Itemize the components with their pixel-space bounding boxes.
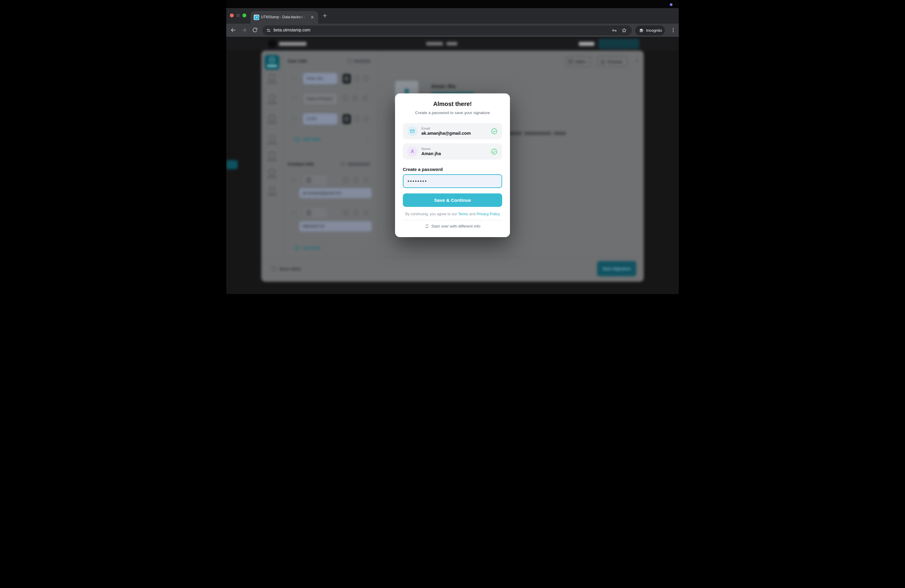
zoom-window-button[interactable] [243, 13, 246, 17]
rail-item[interactable] [269, 114, 275, 121]
zoom-control[interactable]: 100% [565, 56, 591, 67]
refresh-icon [425, 224, 429, 229]
field-action-icon[interactable] [363, 95, 367, 100]
field-input-role[interactable]: Head of Product [303, 93, 338, 105]
nav-link[interactable] [426, 42, 443, 46]
drag-handle[interactable]: ⋮⋮ [291, 178, 297, 182]
rail-item[interactable] [269, 152, 275, 158]
email-type-icon [307, 178, 311, 183]
field-input-number[interactable]: 21700 [303, 113, 338, 125]
browser-menu-icon[interactable] [670, 27, 676, 33]
browser-tab[interactable]: UTMStamp - Data-backed Em [251, 11, 318, 24]
new-tab-button[interactable] [322, 13, 328, 19]
name-summary-card: Name Aman jha [403, 143, 502, 160]
field-action-icon[interactable] [355, 76, 359, 81]
contact-phone-input[interactable]: 08634487716 [299, 221, 372, 232]
terms-text: By continuing, you agree to our Terms an… [395, 212, 510, 216]
back-icon[interactable] [230, 27, 237, 33]
edit-fields-label[interactable] [354, 60, 370, 63]
field-style-button[interactable] [343, 74, 351, 84]
save-signature-button[interactable]: Save Signature [597, 261, 636, 277]
user-info-title: User Info [287, 58, 307, 64]
preview-button[interactable]: Preview [597, 56, 627, 67]
tab-title: UTMStamp - Data-backed Em [261, 15, 306, 19]
ai-assistant-dot[interactable] [670, 3, 672, 6]
start-over-link[interactable]: Start over with different info [395, 224, 510, 229]
rail-active-item[interactable] [265, 55, 279, 70]
name-label: Name [421, 147, 487, 151]
never-mind-checkbox[interactable] [272, 267, 276, 271]
email-label: Email [421, 127, 487, 130]
email-value: ak.amanjha@gmail.com [421, 131, 487, 136]
minimize-window-button[interactable] [236, 13, 240, 17]
close-icon[interactable] [635, 58, 639, 63]
sign-in-link[interactable] [579, 42, 594, 46]
modal-subtitle: Create a password to save your signature [395, 110, 510, 115]
preview-label: Preview [608, 60, 622, 64]
forward-icon[interactable] [241, 27, 247, 33]
password-manager-icon[interactable] [611, 27, 617, 33]
rail-item[interactable] [269, 186, 275, 192]
address-bar[interactable]: beta.utmstamp.com [262, 25, 632, 35]
field-input-name[interactable]: Aman Jha [303, 73, 338, 84]
field-action-icon[interactable] [354, 210, 358, 215]
incognito-icon [639, 28, 644, 33]
chevron-down-icon[interactable] [366, 246, 370, 250]
phone-type-icon [307, 210, 311, 215]
add-field-plus-icon[interactable] [294, 137, 299, 141]
close-window-button[interactable] [230, 13, 234, 17]
field-action-icon[interactable] [344, 178, 348, 183]
bookmark-star-icon[interactable] [621, 27, 627, 33]
browser-window: UTMStamp - Data-backed Em be [226, 0, 679, 294]
password-input[interactable]: •••••••• [403, 174, 502, 188]
add-field-plus-icon[interactable] [294, 245, 299, 250]
field-action-icon[interactable] [355, 116, 359, 121]
field-action-icon[interactable] [364, 178, 368, 183]
field-action-icon[interactable] [344, 210, 348, 215]
contact-edit-icon[interactable] [341, 162, 345, 166]
site-logo-text [279, 42, 306, 46]
favicon [254, 15, 259, 20]
reload-icon[interactable] [252, 27, 258, 33]
drag-handle[interactable]: ⋮⋮ [291, 96, 297, 100]
rail-item[interactable] [269, 95, 275, 100]
header-cta-button[interactable] [598, 39, 639, 49]
chevron-down-icon[interactable] [366, 137, 370, 141]
edit-fields-icon[interactable] [348, 59, 352, 63]
rail-item[interactable] [269, 74, 275, 80]
rail-item[interactable] [269, 135, 275, 141]
name-value: Aman jha [421, 151, 487, 156]
field-action-icon[interactable] [344, 95, 348, 100]
add-field-link[interactable]: Add Field [302, 246, 320, 250]
field-action-icon[interactable] [364, 116, 368, 121]
field-action-icon[interactable] [353, 95, 357, 100]
field-action-icon[interactable] [354, 178, 358, 183]
field-style-button[interactable] [343, 114, 351, 124]
footer-divider [261, 257, 644, 257]
tab-close-icon[interactable] [310, 15, 315, 20]
field-action-icon[interactable] [364, 210, 368, 215]
field-action-icon[interactable] [364, 76, 368, 81]
modal-title: Almost there! [395, 100, 510, 108]
terms-link[interactable]: Terms [458, 212, 468, 216]
drag-handle[interactable]: ⋮⋮ [291, 211, 297, 215]
valid-check-icon [491, 148, 498, 155]
site-settings-icon[interactable] [266, 28, 271, 33]
nav-link[interactable] [446, 42, 457, 46]
password-label: Create a password [403, 167, 443, 172]
rail-item[interactable] [269, 169, 275, 175]
contact-type-select[interactable] [303, 207, 328, 219]
privacy-policy-link[interactable]: Privacy Policy [476, 212, 500, 216]
contact-edit-label[interactable] [348, 162, 370, 166]
save-continue-button[interactable]: Save & Continue [403, 194, 502, 207]
add-field-link[interactable]: Add Field [302, 137, 320, 141]
contact-email-input[interactable]: ak.amanjha@gmail.com [299, 188, 372, 199]
contact-type-select[interactable] [303, 175, 328, 186]
drag-handle[interactable]: ⋮⋮ [291, 116, 297, 120]
blurred-text-bar [524, 132, 551, 135]
create-password-modal: Almost there! Create a password to save … [395, 94, 510, 237]
zoom-icon [568, 60, 573, 64]
valid-check-icon [491, 128, 498, 135]
drag-handle[interactable]: ⋮⋮ [291, 76, 297, 80]
person-icon [407, 146, 418, 157]
